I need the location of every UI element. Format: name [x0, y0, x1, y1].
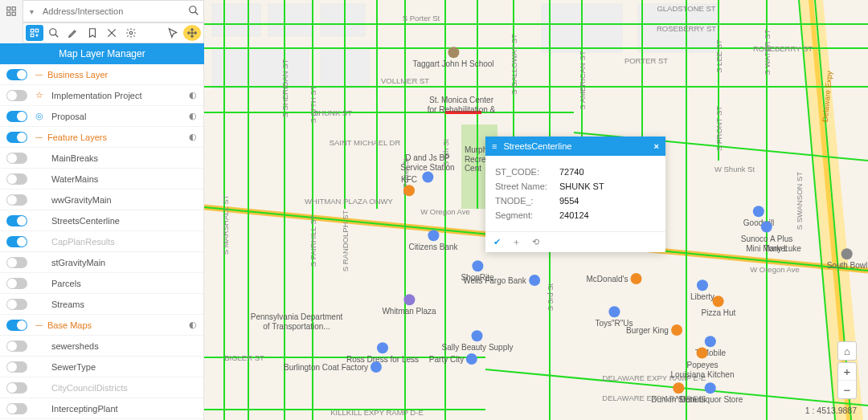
field-key: ST_CODE:: [495, 167, 559, 177]
layer-sewersheds[interactable]: sewersheds: [0, 336, 203, 357]
field-value: 240124: [559, 210, 656, 220]
zoom-control: + −: [837, 362, 857, 399]
svg-rect-23: [212, 48, 309, 88]
toggle[interactable]: [6, 90, 27, 101]
layer-label: Proposal: [51, 112, 189, 121]
toggle[interactable]: [6, 403, 27, 414]
toggle[interactable]: [6, 340, 27, 352]
map-canvas[interactable]: VOLLMER ST SHUNK ST SAINT MICHAEL DR WHI…: [204, 0, 868, 420]
layer-label: Parcels: [51, 279, 197, 288]
popup-header[interactable]: ≡ StreetsCenterline ×: [485, 137, 665, 156]
group-feature[interactable]: — Feature Layers ◐: [0, 127, 203, 148]
layer-mainbreaks[interactable]: MainBreaks: [0, 148, 203, 169]
close-icon[interactable]: ×: [654, 141, 659, 151]
svg-point-15: [129, 31, 133, 35]
group-base[interactable]: — Base Maps ◐: [0, 315, 203, 336]
layer-label: stGravityMain: [51, 258, 197, 267]
opacity-icon[interactable]: ◐: [189, 90, 197, 100]
svg-rect-8: [31, 34, 34, 37]
target-icon: ◎: [35, 111, 47, 121]
toggle[interactable]: [6, 132, 27, 143]
popup-body: ST_CODE:72740 Street Name:SHUNK ST TNODE…: [485, 156, 665, 231]
layers-button[interactable]: [26, 25, 43, 41]
settings-button[interactable]: [122, 25, 140, 41]
layer-streams[interactable]: Streams: [0, 294, 203, 315]
popup-field: Street Name:SHUNK ST: [495, 181, 656, 191]
layer-label: MainBreaks: [51, 153, 197, 163]
layer-parcels[interactable]: Parcels: [0, 273, 203, 294]
svg-rect-7: [35, 29, 39, 32]
feature-popup[interactable]: ≡ StreetsCenterline × ST_CODE:72740 Stre…: [485, 137, 665, 252]
panel-title: Map Layer Manager: [0, 43, 204, 64]
bookmark-button[interactable]: [84, 25, 101, 41]
layer-proposal[interactable]: ◎ Proposal ◐: [0, 106, 203, 127]
layer-label: CityCouncilDistricts: [51, 383, 197, 393]
toggle[interactable]: [6, 382, 27, 393]
layer-citycouncildistricts[interactable]: CityCouncilDistricts: [0, 377, 203, 398]
toggle[interactable]: [6, 236, 27, 247]
toggle[interactable]: [6, 278, 27, 289]
popup-field: TNODE_:9554: [495, 196, 656, 206]
app-grid-button[interactable]: [0, 0, 23, 22]
search-type-dropdown[interactable]: ▾: [23, 7, 39, 16]
popup-footer: ✔ ＋ ⟲: [485, 231, 665, 252]
collapse-icon[interactable]: —: [35, 133, 43, 141]
svg-point-11: [50, 29, 56, 35]
zoom-out-button[interactable]: −: [838, 381, 856, 398]
search-icon[interactable]: [184, 5, 203, 18]
layer-label: Streams: [51, 300, 197, 309]
refresh-icon[interactable]: ⟲: [532, 237, 539, 247]
edit-button[interactable]: [64, 25, 82, 41]
identify-button[interactable]: [45, 25, 63, 41]
svg-rect-6: [31, 29, 34, 32]
toggle[interactable]: [6, 111, 27, 122]
layer-watermains[interactable]: WaterMains: [0, 169, 203, 190]
toggle[interactable]: [6, 194, 27, 206]
opacity-icon[interactable]: ◐: [189, 320, 197, 330]
layer-capplanresults[interactable]: CapPlanResults: [0, 231, 203, 252]
group-business[interactable]: — Business Layer: [0, 64, 203, 85]
layer-stgravitymain[interactable]: stGravityMain: [0, 252, 203, 273]
map-toolbar: [23, 22, 204, 43]
toggle[interactable]: [6, 320, 27, 331]
layer-sewertype[interactable]: SewerType: [0, 357, 203, 377]
zoom-in-button[interactable]: +: [838, 363, 856, 381]
search-input[interactable]: [39, 6, 184, 16]
field-value: 72740: [559, 167, 656, 177]
collapse-icon[interactable]: —: [35, 321, 43, 329]
layer-wwgravitymain[interactable]: wwGravityMain: [0, 190, 203, 210]
toggle[interactable]: [6, 69, 27, 80]
svg-rect-21: [268, 4, 313, 36]
pointer-button[interactable]: [164, 25, 182, 41]
collapse-icon[interactable]: —: [35, 71, 43, 79]
layer-streetscenterline[interactable]: StreetsCenterline: [0, 210, 203, 231]
svg-point-4: [190, 6, 196, 12]
pan-button[interactable]: [183, 25, 201, 41]
opacity-icon[interactable]: ◐: [189, 132, 197, 142]
group-label: Business Layer: [47, 70, 197, 80]
popup-field: Segment:240124: [495, 210, 656, 220]
layer-panel[interactable]: — Business Layer ☆ Implementation Projec…: [0, 64, 204, 420]
toggle[interactable]: [6, 299, 27, 310]
star-icon: ☆: [35, 90, 47, 100]
svg-line-12: [55, 35, 59, 38]
add-icon[interactable]: ＋: [512, 236, 521, 248]
confirm-icon[interactable]: ✔: [493, 237, 501, 247]
tools-button[interactable]: [103, 25, 121, 41]
layer-implementation-project[interactable]: ☆ Implementation Project ◐: [0, 85, 203, 106]
layer-interceptingplant[interactable]: InterceptingPlant: [0, 398, 203, 419]
toggle[interactable]: [6, 173, 27, 185]
toggle[interactable]: [6, 153, 27, 164]
layer-label: CapPlanResults: [51, 237, 197, 247]
svg-rect-1: [12, 7, 15, 10]
popup-menu-icon[interactable]: ≡: [492, 141, 497, 151]
field-key: Street Name:: [495, 181, 559, 191]
toggle[interactable]: [6, 257, 27, 268]
layer-label: wwGravityMain: [51, 195, 197, 205]
popup-field: ST_CODE:72740: [495, 167, 656, 177]
opacity-icon[interactable]: ◐: [189, 111, 197, 121]
home-button[interactable]: ⌂: [837, 341, 857, 361]
toggle[interactable]: [6, 361, 27, 373]
toggle[interactable]: [6, 215, 27, 226]
layer-label: Implementation Project: [51, 91, 189, 100]
